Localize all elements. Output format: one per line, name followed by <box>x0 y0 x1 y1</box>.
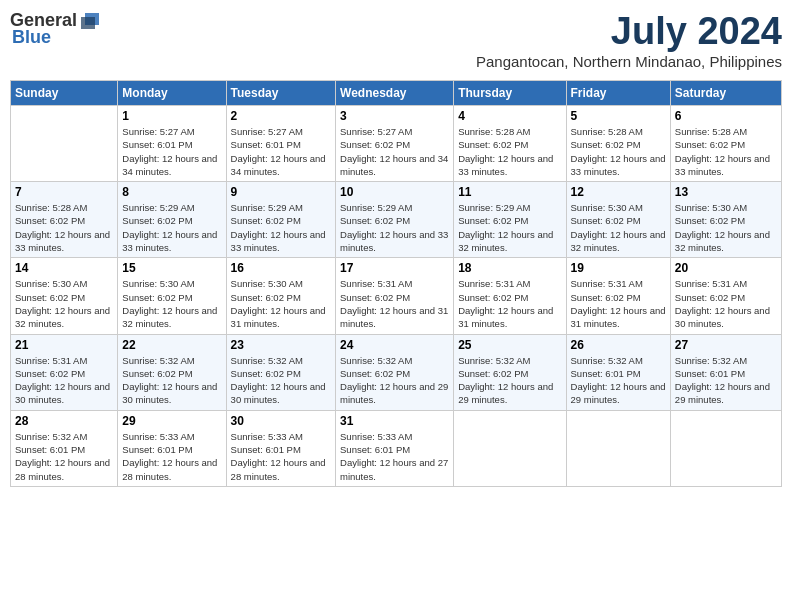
page-header: General Blue July 2024 Pangantocan, Nort… <box>10 10 782 76</box>
month-title: July 2024 <box>476 10 782 53</box>
day-number: 21 <box>15 338 113 352</box>
calendar-day-cell <box>454 410 566 486</box>
day-info: Sunrise: 5:30 AMSunset: 6:02 PMDaylight:… <box>571 201 666 254</box>
day-number: 29 <box>122 414 221 428</box>
calendar-day-cell: 22Sunrise: 5:32 AMSunset: 6:02 PMDayligh… <box>118 334 226 410</box>
day-info: Sunrise: 5:28 AMSunset: 6:02 PMDaylight:… <box>458 125 561 178</box>
day-number: 26 <box>571 338 666 352</box>
day-number: 2 <box>231 109 331 123</box>
day-info: Sunrise: 5:30 AMSunset: 6:02 PMDaylight:… <box>122 277 221 330</box>
calendar-day-cell: 8Sunrise: 5:29 AMSunset: 6:02 PMDaylight… <box>118 182 226 258</box>
day-number: 31 <box>340 414 449 428</box>
day-info: Sunrise: 5:30 AMSunset: 6:02 PMDaylight:… <box>15 277 113 330</box>
calendar-day-header: Tuesday <box>226 81 335 106</box>
day-number: 3 <box>340 109 449 123</box>
calendar-header-row: SundayMondayTuesdayWednesdayThursdayFrid… <box>11 81 782 106</box>
day-number: 17 <box>340 261 449 275</box>
day-info: Sunrise: 5:30 AMSunset: 6:02 PMDaylight:… <box>675 201 777 254</box>
day-info: Sunrise: 5:31 AMSunset: 6:02 PMDaylight:… <box>15 354 113 407</box>
calendar-day-cell: 30Sunrise: 5:33 AMSunset: 6:01 PMDayligh… <box>226 410 335 486</box>
calendar-day-cell: 9Sunrise: 5:29 AMSunset: 6:02 PMDaylight… <box>226 182 335 258</box>
svg-marker-1 <box>81 17 95 29</box>
day-info: Sunrise: 5:28 AMSunset: 6:02 PMDaylight:… <box>675 125 777 178</box>
calendar-week-row: 14Sunrise: 5:30 AMSunset: 6:02 PMDayligh… <box>11 258 782 334</box>
day-number: 22 <box>122 338 221 352</box>
calendar-day-cell: 10Sunrise: 5:29 AMSunset: 6:02 PMDayligh… <box>336 182 454 258</box>
day-info: Sunrise: 5:32 AMSunset: 6:01 PMDaylight:… <box>15 430 113 483</box>
calendar-day-cell: 17Sunrise: 5:31 AMSunset: 6:02 PMDayligh… <box>336 258 454 334</box>
calendar-day-cell <box>670 410 781 486</box>
day-number: 20 <box>675 261 777 275</box>
calendar-day-cell: 16Sunrise: 5:30 AMSunset: 6:02 PMDayligh… <box>226 258 335 334</box>
day-number: 25 <box>458 338 561 352</box>
day-info: Sunrise: 5:29 AMSunset: 6:02 PMDaylight:… <box>122 201 221 254</box>
day-info: Sunrise: 5:32 AMSunset: 6:02 PMDaylight:… <box>231 354 331 407</box>
day-info: Sunrise: 5:32 AMSunset: 6:01 PMDaylight:… <box>675 354 777 407</box>
day-info: Sunrise: 5:27 AMSunset: 6:01 PMDaylight:… <box>122 125 221 178</box>
calendar-day-header: Monday <box>118 81 226 106</box>
day-number: 12 <box>571 185 666 199</box>
day-number: 27 <box>675 338 777 352</box>
day-info: Sunrise: 5:27 AMSunset: 6:02 PMDaylight:… <box>340 125 449 178</box>
calendar-day-header: Saturday <box>670 81 781 106</box>
day-number: 19 <box>571 261 666 275</box>
day-number: 9 <box>231 185 331 199</box>
calendar-day-cell: 5Sunrise: 5:28 AMSunset: 6:02 PMDaylight… <box>566 106 670 182</box>
calendar-day-cell: 25Sunrise: 5:32 AMSunset: 6:02 PMDayligh… <box>454 334 566 410</box>
calendar-week-row: 28Sunrise: 5:32 AMSunset: 6:01 PMDayligh… <box>11 410 782 486</box>
day-info: Sunrise: 5:29 AMSunset: 6:02 PMDaylight:… <box>340 201 449 254</box>
calendar-day-cell: 2Sunrise: 5:27 AMSunset: 6:01 PMDaylight… <box>226 106 335 182</box>
day-info: Sunrise: 5:32 AMSunset: 6:02 PMDaylight:… <box>458 354 561 407</box>
day-info: Sunrise: 5:33 AMSunset: 6:01 PMDaylight:… <box>340 430 449 483</box>
day-number: 1 <box>122 109 221 123</box>
day-number: 16 <box>231 261 331 275</box>
calendar-day-cell: 24Sunrise: 5:32 AMSunset: 6:02 PMDayligh… <box>336 334 454 410</box>
day-info: Sunrise: 5:29 AMSunset: 6:02 PMDaylight:… <box>458 201 561 254</box>
day-number: 18 <box>458 261 561 275</box>
calendar-day-cell: 4Sunrise: 5:28 AMSunset: 6:02 PMDaylight… <box>454 106 566 182</box>
calendar-day-cell: 19Sunrise: 5:31 AMSunset: 6:02 PMDayligh… <box>566 258 670 334</box>
day-info: Sunrise: 5:27 AMSunset: 6:01 PMDaylight:… <box>231 125 331 178</box>
day-info: Sunrise: 5:28 AMSunset: 6:02 PMDaylight:… <box>571 125 666 178</box>
day-number: 8 <box>122 185 221 199</box>
calendar-day-cell: 14Sunrise: 5:30 AMSunset: 6:02 PMDayligh… <box>11 258 118 334</box>
day-number: 13 <box>675 185 777 199</box>
calendar-day-cell: 6Sunrise: 5:28 AMSunset: 6:02 PMDaylight… <box>670 106 781 182</box>
calendar-day-cell: 1Sunrise: 5:27 AMSunset: 6:01 PMDaylight… <box>118 106 226 182</box>
logo: General Blue <box>10 10 101 48</box>
calendar-day-cell: 11Sunrise: 5:29 AMSunset: 6:02 PMDayligh… <box>454 182 566 258</box>
day-number: 4 <box>458 109 561 123</box>
calendar-table: SundayMondayTuesdayWednesdayThursdayFrid… <box>10 80 782 487</box>
calendar-day-header: Wednesday <box>336 81 454 106</box>
calendar-day-header: Thursday <box>454 81 566 106</box>
day-info: Sunrise: 5:30 AMSunset: 6:02 PMDaylight:… <box>231 277 331 330</box>
calendar-day-cell: 26Sunrise: 5:32 AMSunset: 6:01 PMDayligh… <box>566 334 670 410</box>
day-info: Sunrise: 5:28 AMSunset: 6:02 PMDaylight:… <box>15 201 113 254</box>
calendar-day-header: Friday <box>566 81 670 106</box>
day-number: 24 <box>340 338 449 352</box>
day-number: 5 <box>571 109 666 123</box>
calendar-day-header: Sunday <box>11 81 118 106</box>
calendar-day-cell: 13Sunrise: 5:30 AMSunset: 6:02 PMDayligh… <box>670 182 781 258</box>
day-number: 11 <box>458 185 561 199</box>
calendar-day-cell <box>566 410 670 486</box>
calendar-week-row: 21Sunrise: 5:31 AMSunset: 6:02 PMDayligh… <box>11 334 782 410</box>
calendar-day-cell: 18Sunrise: 5:31 AMSunset: 6:02 PMDayligh… <box>454 258 566 334</box>
calendar-day-cell: 21Sunrise: 5:31 AMSunset: 6:02 PMDayligh… <box>11 334 118 410</box>
day-number: 23 <box>231 338 331 352</box>
day-info: Sunrise: 5:31 AMSunset: 6:02 PMDaylight:… <box>340 277 449 330</box>
calendar-week-row: 7Sunrise: 5:28 AMSunset: 6:02 PMDaylight… <box>11 182 782 258</box>
day-info: Sunrise: 5:33 AMSunset: 6:01 PMDaylight:… <box>122 430 221 483</box>
title-block: July 2024 Pangantocan, Northern Mindanao… <box>476 10 782 76</box>
day-number: 10 <box>340 185 449 199</box>
calendar-day-cell: 7Sunrise: 5:28 AMSunset: 6:02 PMDaylight… <box>11 182 118 258</box>
calendar-week-row: 1Sunrise: 5:27 AMSunset: 6:01 PMDaylight… <box>11 106 782 182</box>
day-info: Sunrise: 5:33 AMSunset: 6:01 PMDaylight:… <box>231 430 331 483</box>
calendar-day-cell: 12Sunrise: 5:30 AMSunset: 6:02 PMDayligh… <box>566 182 670 258</box>
day-number: 14 <box>15 261 113 275</box>
calendar-day-cell: 31Sunrise: 5:33 AMSunset: 6:01 PMDayligh… <box>336 410 454 486</box>
calendar-day-cell: 27Sunrise: 5:32 AMSunset: 6:01 PMDayligh… <box>670 334 781 410</box>
day-info: Sunrise: 5:32 AMSunset: 6:02 PMDaylight:… <box>122 354 221 407</box>
day-info: Sunrise: 5:31 AMSunset: 6:02 PMDaylight:… <box>571 277 666 330</box>
day-number: 7 <box>15 185 113 199</box>
